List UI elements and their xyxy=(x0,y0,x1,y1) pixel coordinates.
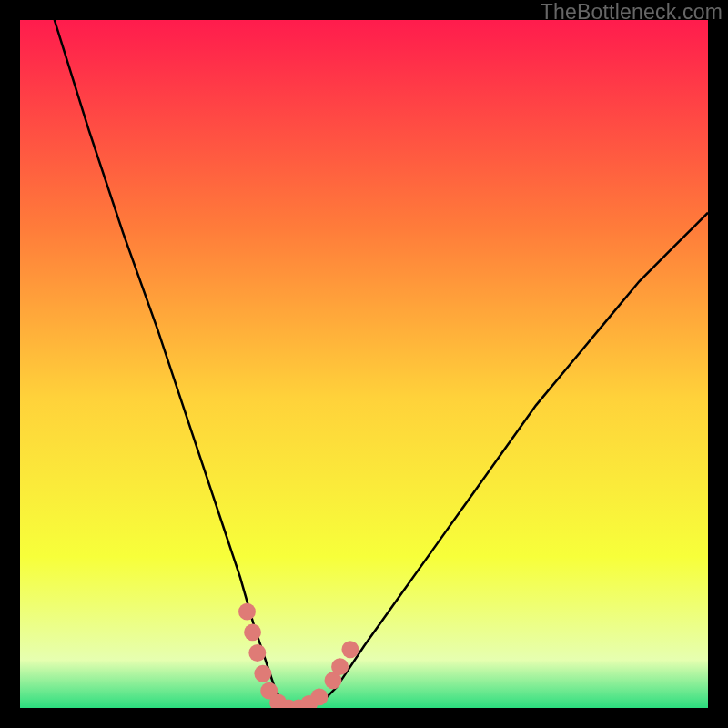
outer-frame: TheBottleneck.com xyxy=(0,0,728,728)
watermark-text: TheBottleneck.com xyxy=(541,0,723,25)
data-marker xyxy=(238,603,256,621)
data-marker xyxy=(248,644,266,662)
data-marker xyxy=(331,658,349,675)
data-marker xyxy=(341,641,359,658)
plot-area xyxy=(20,20,708,708)
data-marker xyxy=(310,688,328,705)
data-marker xyxy=(244,623,261,641)
chart-curve-layer xyxy=(20,20,708,708)
bottleneck-curve xyxy=(55,20,708,708)
data-marker xyxy=(254,665,271,682)
